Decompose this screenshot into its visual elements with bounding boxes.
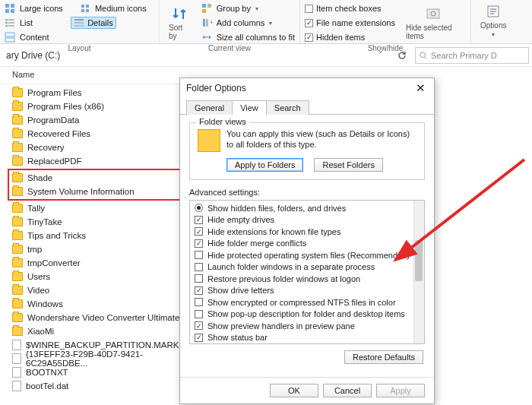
folder-icon [12,245,23,254]
svg-rect-11 [8,22,14,24]
svg-rect-19 [202,4,206,8]
advanced-option[interactable]: Show hidden files, folders, and drives [195,202,412,214]
folder-row[interactable]: System Volume Information [9,185,185,198]
folder-views-group: Folder views You can apply this view (su… [189,122,425,180]
folder-row[interactable]: Program Files [0,86,190,100]
advanced-option[interactable]: Show status bar [195,332,412,344]
options-button[interactable]: Options▾ [476,2,511,40]
apply-to-folders-button[interactable]: Apply to Folders [226,158,303,172]
folder-row[interactable]: ProgramData [0,113,190,127]
advanced-option[interactable]: Show encrypted or compressed NTFS files … [195,296,412,308]
item-name: $WINRE_BACKUP_PARTITION.MARKER [26,340,191,350]
tab-search[interactable]: Search [266,100,309,115]
advanced-settings-list[interactable]: Show hidden files, folders, and drivesHi… [189,200,425,344]
dialog-footer: OK Cancel Apply [180,377,434,403]
column-header-name[interactable]: Name [0,67,190,84]
details-icon [74,17,84,28]
folder-icon [12,173,23,182]
file-extensions-toggle[interactable]: File name extensions [305,16,395,30]
advanced-scrollbar[interactable] [413,201,424,343]
svg-rect-6 [81,9,84,12]
advanced-option[interactable]: Restore previous folder windows at logon [195,273,412,285]
ok-button[interactable]: OK [270,384,318,397]
item-checkboxes-toggle[interactable]: Item check boxes [305,2,395,15]
svg-rect-17 [5,33,14,36]
advanced-option[interactable]: Show pop-up description for folder and d… [195,308,412,321]
advanced-option[interactable]: Hide extensions for known file types [195,226,412,238]
folder-row[interactable]: Shade [9,171,185,185]
svg-rect-16 [74,25,84,27]
file-row[interactable]: {13FEFF23-F29B-40D7-9421-6C29A55DBE... [0,352,190,365]
svg-text:+: + [210,19,212,26]
advanced-option[interactable]: Show preview handlers in preview pane [195,320,412,332]
folder-row[interactable]: Program Files (x86) [0,100,190,113]
svg-rect-8 [5,19,8,21]
folder-row[interactable]: TinyTake [0,215,190,229]
history-dropdown[interactable]: ˅ [372,47,389,64]
folder-row[interactable]: Recovery [0,141,190,154]
folder-icon [12,231,23,240]
advanced-option[interactable]: Hide folder merge conflicts [195,238,412,250]
restore-defaults-button[interactable]: Restore Defaults [344,350,423,364]
apply-button[interactable]: Apply [376,384,425,397]
svg-rect-21 [202,9,206,13]
hide-selected-button[interactable]: Hide selected items [401,2,466,44]
folder-row[interactable]: Windows [0,297,190,311]
folder-row[interactable]: XiaoMi [0,324,190,338]
address-path[interactable]: ary Drive (C:) [3,50,368,61]
search-box[interactable]: Search Primary D [415,47,529,64]
item-name: Program Files (x86) [27,102,104,111]
add-columns-button[interactable]: + Add columns▾ [201,16,295,30]
folder-row[interactable]: tmpConverter [0,256,190,270]
folder-icon [12,217,23,226]
content-icon [5,32,15,43]
folder-row[interactable]: Tally [0,201,190,215]
file-icon [12,367,21,378]
file-icon [12,340,21,350]
item-name: BOOTNXT [26,368,68,377]
details-view-selected[interactable]: Details [71,17,116,29]
folder-icon [12,313,23,322]
folder-views-text: You can apply this view (such as Details… [226,129,416,152]
folder-icon [12,327,23,336]
group-by-button[interactable]: Group by▾ [201,2,295,15]
tab-general[interactable]: General [186,100,233,115]
advanced-option[interactable]: Launch folder windows in a separate proc… [195,261,412,274]
folder-icon [12,129,23,138]
size-columns-button[interactable]: Size all columns to fit [201,30,295,44]
folder-row[interactable]: Tips and Tricks [0,229,190,242]
large-icons-label[interactable]: Large icons [20,4,63,13]
svg-rect-25 [427,9,439,18]
folder-row[interactable]: Users [0,270,190,283]
folder-row[interactable]: Video [0,283,190,297]
tab-view[interactable]: View [232,100,267,115]
folder-row[interactable]: Recovered Files [0,127,190,141]
folder-row[interactable]: ReplacedPDF [0,154,190,168]
advanced-option[interactable]: Hide empty drives [195,214,412,226]
refresh-button[interactable] [394,47,410,64]
cancel-button[interactable]: Cancel [323,384,372,397]
folder-row[interactable]: tmp [0,242,190,256]
medium-icons-label[interactable]: Medium icons [95,4,147,13]
advanced-option[interactable]: Hide protected operating system files (R… [195,249,412,261]
file-row[interactable]: bootTel.dat [0,379,190,393]
svg-rect-1 [11,4,14,8]
content-label[interactable]: Content [20,33,49,42]
sort-icon [172,5,188,22]
item-name: Shade [27,173,52,182]
list-label[interactable]: List [20,18,33,27]
medium-icons-icon [80,3,90,14]
advanced-option[interactable]: Show drive letters [195,285,412,297]
dialog-title: Folder Options [186,83,246,93]
dialog-close-button[interactable]: ✕ [413,81,428,95]
reset-folders-button[interactable]: Reset Folders [314,158,382,172]
folder-icon [12,204,23,213]
item-name: bootTel.dat [26,381,68,391]
folder-row[interactable]: Wondershare Video Converter Ultimate [0,311,190,324]
sort-by-button[interactable]: Sort by [164,2,197,44]
advanced-option-label: Hide extensions for known file types [207,227,340,236]
item-name: Tips and Tricks [27,231,86,240]
item-name: {13FEFF23-F29B-40D7-9421-6C29A55DBE... [26,350,190,368]
file-icon [12,381,21,391]
hidden-items-toggle[interactable]: Hidden items [305,30,395,44]
